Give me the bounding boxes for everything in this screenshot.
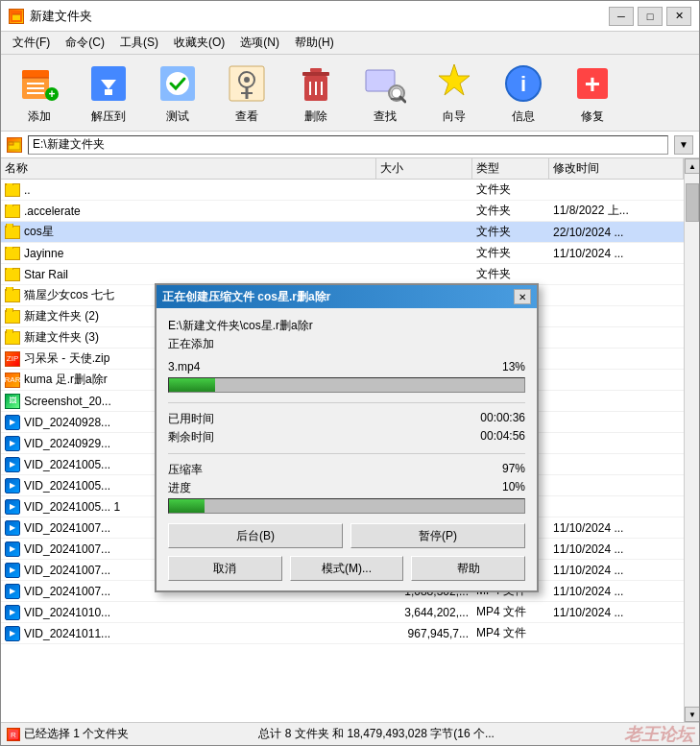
address-bar-icon [7, 137, 22, 153]
main-window: 新建文件夹 ─ □ ✕ 文件(F) 命令(C) 工具(S) 收藏夹(O) 选项(… [0, 0, 700, 746]
address-bar: ▼ [1, 132, 699, 158]
address-dropdown[interactable]: ▼ [674, 135, 693, 155]
window-title: 新建文件夹 [30, 8, 92, 25]
svg-text:+: + [48, 87, 55, 101]
view-icon [224, 60, 270, 107]
toolbar-delete[interactable]: 删除 [285, 57, 347, 129]
status-left-text: 已经选择 1 个文件夹 [24, 726, 129, 742]
find-label: 查找 [374, 108, 397, 125]
dialog-buttons-row1: 后台(B) 暂停(P) [168, 523, 525, 548]
menu-help[interactable]: 帮助(H) [287, 33, 342, 53]
dialog-adding-label: 正在添加 [168, 336, 525, 352]
toolbar-view[interactable]: 查看 [216, 57, 278, 129]
svg-rect-23 [310, 68, 322, 72]
menu-tools[interactable]: 工具(S) [112, 33, 166, 53]
title-bar: 新建文件夹 ─ □ ✕ [1, 1, 699, 32]
svg-rect-13 [105, 89, 112, 95]
dialog-file-row: 3.mp4 13% [168, 360, 525, 373]
dialog-title: 正在创建压缩文件 cos星.r删a除r [162, 289, 330, 305]
window-controls: ─ □ ✕ [609, 7, 691, 26]
menu-file[interactable]: 文件(F) [5, 33, 58, 53]
svg-text:+: + [585, 69, 600, 99]
dialog-filename: 3.mp4 [168, 360, 200, 373]
svg-line-31 [400, 97, 405, 102]
remaining-value: 00:04:56 [480, 429, 525, 445]
help-button[interactable]: 帮助 [411, 556, 525, 581]
svg-rect-4 [22, 70, 49, 78]
watermark: 老王论坛 [624, 723, 693, 746]
toolbar-find[interactable]: 查找 [354, 57, 416, 129]
toolbar: + 添加 解压到 [1, 55, 699, 132]
close-button[interactable]: ✕ [666, 7, 691, 26]
remaining-label: 剩余时间 [168, 429, 214, 445]
ratio-value: 97% [502, 462, 525, 478]
dialog-percent1: 13% [502, 360, 525, 373]
toolbar-test[interactable]: 测试 [147, 57, 208, 129]
app-icon [9, 9, 24, 24]
toolbar-repair[interactable]: + 修复 [562, 57, 623, 129]
background-button[interactable]: 后台(B) [168, 523, 343, 548]
svg-rect-1 [12, 14, 20, 20]
status-left: R 已经选择 1 个文件夹 [7, 726, 129, 742]
dialog-overlay: 正在创建压缩文件 cos星.r删a除r ✕ E:\新建文件夹\cos星.r删a除… [1, 158, 699, 722]
progress-bar2-container [168, 498, 525, 514]
mode-button[interactable]: 模式(M)... [290, 556, 404, 581]
elapsed-row: 已用时间 00:00:36 [168, 411, 525, 427]
repair-label: 修复 [581, 108, 604, 125]
ratio-label: 压缩率 [168, 462, 203, 478]
menu-bar: 文件(F) 命令(C) 工具(S) 收藏夹(O) 选项(N) 帮助(H) [1, 32, 699, 55]
svg-rect-22 [302, 72, 329, 76]
address-input[interactable] [28, 135, 668, 155]
progress-label: 进度 [168, 480, 191, 496]
find-icon [362, 60, 408, 107]
pause-button[interactable]: 暂停(P) [350, 523, 525, 548]
test-label: 测试 [166, 108, 189, 125]
divider1 [168, 402, 525, 403]
minimize-button[interactable]: ─ [609, 7, 634, 26]
maximize-button[interactable]: □ [638, 7, 663, 26]
dialog-close-button[interactable]: ✕ [514, 289, 531, 304]
delete-label: 删除 [304, 108, 327, 125]
toolbar-extract[interactable]: 解压到 [78, 57, 139, 129]
svg-text:i: i [520, 72, 526, 96]
extract-icon [85, 60, 132, 107]
status-bar: R 已经选择 1 个文件夹 总计 8 文件夹 和 18,479,493,028 … [1, 722, 699, 745]
dialog-buttons-row2: 取消 模式(M)... 帮助 [168, 556, 525, 581]
add-label: 添加 [28, 108, 51, 125]
test-icon [155, 60, 201, 107]
elapsed-value: 00:00:36 [480, 411, 525, 427]
wizard-icon [431, 60, 477, 107]
progress-row: 进度 10% [168, 480, 525, 496]
view-label: 查看 [235, 108, 258, 125]
info-icon: i [500, 60, 546, 107]
wizard-label: 向导 [443, 108, 466, 125]
extract-label: 解压到 [91, 108, 126, 125]
elapsed-label: 已用时间 [168, 411, 214, 427]
menu-favorites[interactable]: 收藏夹(O) [166, 33, 232, 53]
info-label: 信息 [512, 108, 535, 125]
cancel-button[interactable]: 取消 [168, 556, 282, 581]
svg-point-18 [244, 77, 250, 83]
svg-marker-32 [439, 64, 470, 95]
progress-bar1-container [168, 377, 525, 393]
menu-command[interactable]: 命令(C) [58, 33, 112, 53]
menu-options[interactable]: 选项(N) [232, 33, 287, 53]
repair-icon: + [569, 60, 616, 107]
toolbar-add[interactable]: + 添加 [9, 57, 70, 129]
remaining-row: 剩余时间 00:04:56 [168, 429, 525, 445]
add-icon: + [16, 60, 62, 107]
status-icon: R [7, 728, 20, 741]
dialog-path: E:\新建文件夹\cos星.r删a除r [168, 318, 525, 334]
dialog-body: E:\新建文件夹\cos星.r删a除r 正在添加 3.mp4 13% 已用时间 … [157, 308, 537, 590]
progress-value: 10% [502, 480, 525, 496]
progress-bar2 [169, 499, 205, 513]
svg-rect-38 [9, 142, 13, 145]
toolbar-wizard[interactable]: 向导 [423, 57, 485, 129]
progress-bar1 [169, 378, 215, 392]
toolbar-info[interactable]: i 信息 [493, 57, 554, 129]
status-right-text: 总计 8 文件夹 和 18,479,493,028 字节(16 个... [258, 726, 494, 742]
progress-dialog: 正在创建压缩文件 cos星.r删a除r ✕ E:\新建文件夹\cos星.r删a除… [155, 283, 539, 592]
delete-icon [293, 60, 339, 107]
ratio-row: 压缩率 97% [168, 462, 525, 478]
dialog-titlebar: 正在创建压缩文件 cos星.r删a除r ✕ [157, 285, 537, 308]
